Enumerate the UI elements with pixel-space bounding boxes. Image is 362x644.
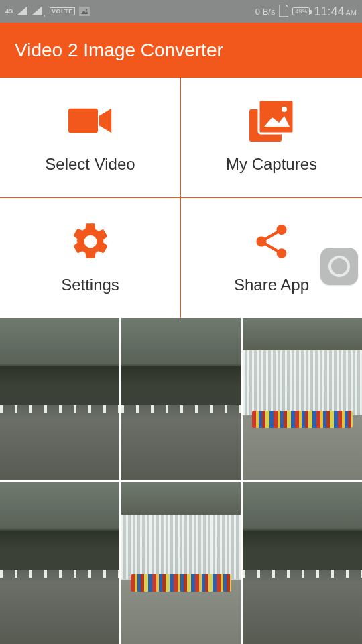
- gallery-stack-icon: [249, 101, 294, 140]
- my-captures-label: My Captures: [226, 155, 317, 174]
- video-camera-icon: [68, 101, 113, 140]
- svg-point-4: [85, 9, 87, 11]
- net-speed-label: 0 B/s: [255, 7, 276, 17]
- svg-point-10: [282, 107, 287, 112]
- app-header: Video 2 Image Converter: [0, 23, 362, 78]
- signal-sim2-group: ,: [32, 6, 46, 17]
- app-title: Video 2 Image Converter: [15, 40, 223, 61]
- status-bar: 4G , VOLTE 0 B/s 49% 11:44AM: [0, 0, 362, 23]
- settings-label: Settings: [61, 276, 119, 294]
- gear-icon: [68, 222, 113, 261]
- signal-sim1-icon: [17, 6, 27, 17]
- gallery-thumb[interactable]: [243, 482, 362, 645]
- svg-marker-6: [99, 109, 111, 133]
- status-left: 4G , VOLTE: [5, 6, 90, 17]
- svg-rect-8: [259, 100, 294, 133]
- signal-sim2-icon: [32, 6, 42, 17]
- main-tile-grid: Select Video My Captures Settings: [0, 78, 362, 318]
- circle-icon: [328, 256, 350, 277]
- share-icon: [249, 222, 294, 261]
- gallery-thumb[interactable]: [121, 482, 241, 645]
- share-app-label: Share App: [234, 276, 309, 294]
- gallery-thumb[interactable]: [0, 318, 119, 480]
- gallery-thumb[interactable]: [121, 318, 241, 480]
- battery-badge: 49%: [292, 7, 310, 15]
- capture-gallery: [0, 318, 362, 644]
- select-video-label: Select Video: [45, 155, 135, 174]
- picture-icon: [79, 7, 90, 16]
- clock-time: 11:44: [314, 5, 344, 18]
- floating-action-button[interactable]: [320, 248, 358, 285]
- volte-badge: VOLTE: [50, 7, 75, 15]
- sim-card-icon: [279, 5, 288, 19]
- settings-tile[interactable]: Settings: [0, 198, 181, 318]
- select-video-tile[interactable]: Select Video: [0, 78, 181, 198]
- gallery-thumb[interactable]: [0, 482, 119, 645]
- svg-marker-1: [32, 6, 42, 15]
- network-4g-label: 4G: [5, 9, 13, 15]
- clock-ampm: AM: [346, 9, 357, 17]
- svg-marker-3: [81, 11, 88, 14]
- clock: 11:44AM: [314, 5, 357, 19]
- status-right: 0 B/s 49% 11:44AM: [255, 5, 357, 19]
- svg-rect-5: [68, 109, 98, 133]
- my-captures-tile[interactable]: My Captures: [181, 78, 362, 198]
- svg-marker-0: [17, 6, 27, 15]
- gallery-thumb[interactable]: [243, 318, 362, 480]
